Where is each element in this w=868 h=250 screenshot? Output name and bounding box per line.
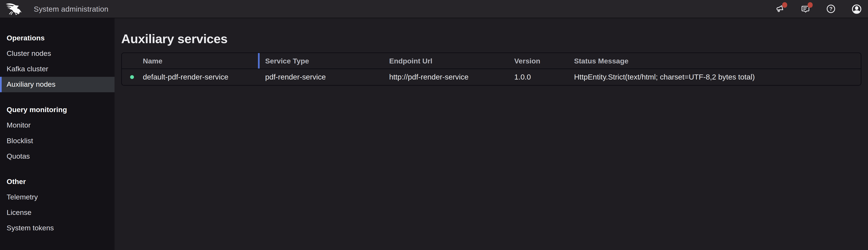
auxiliary-services-table: Name Service Type Endpoint Url Version S… [121,52,862,86]
sidebar: Operations Cluster nodes Kafka cluster A… [0,18,115,250]
topbar: System administration [0,0,868,18]
sidebar-heading: Other [0,174,115,189]
sidebar-item-monitor[interactable]: Monitor [0,117,115,133]
sidebar-item-auxiliary-nodes[interactable]: Auxiliary nodes [0,77,115,92]
account-button[interactable] [851,4,862,14]
notification-badge [782,2,787,7]
topbar-actions: ? [775,4,868,14]
sidebar-group-other: Other Telemetry License System tokens [0,174,115,236]
column-header-endpoint-url[interactable]: Endpoint Url [389,57,514,65]
version-cell: 1.0.0 [514,73,574,81]
sidebar-item-telemetry[interactable]: Telemetry [0,189,115,205]
table-header: Name Service Type Endpoint Url Version S… [122,53,861,69]
app-title: System administration [34,5,108,13]
column-header-version[interactable]: Version [514,57,574,65]
app-window: System administration [0,0,868,250]
table-row[interactable]: default-pdf-render-service pdf-render-se… [122,69,861,85]
page-title: Auxiliary services [121,31,868,47]
column-header-status-message[interactable]: Status Message [574,57,861,65]
notification-badge [807,2,813,7]
question-icon: ? [826,4,836,14]
column-resize-indicator[interactable] [258,53,259,69]
sidebar-heading: Query monitoring [0,102,115,117]
sidebar-item-cluster-nodes[interactable]: Cluster nodes [0,46,115,61]
service-type-cell: pdf-render-service [258,73,389,81]
svg-text:?: ? [829,6,832,12]
announcements-button[interactable] [775,4,785,14]
help-button[interactable]: ? [826,4,836,14]
table-body: default-pdf-render-service pdf-render-se… [122,69,861,85]
service-name: default-pdf-render-service [143,73,228,81]
sidebar-item-quotas[interactable]: Quotas [0,149,115,164]
column-header-service-type[interactable]: Service Type [258,57,389,65]
feedback-button[interactable] [800,4,810,14]
healthy-status-dot [130,75,134,79]
sidebar-group-query-monitoring: Query monitoring Monitor Blocklist Quota… [0,102,115,164]
endpoint-url-cell: http://pdf-render-service [389,73,514,81]
sidebar-item-system-tokens[interactable]: System tokens [0,220,115,236]
avatar-icon [851,4,862,14]
sidebar-item-blocklist[interactable]: Blocklist [0,133,115,149]
column-header-name[interactable]: Name [122,57,258,65]
status-message-cell: HttpEntity.Strict(text/html; charset=UTF… [574,73,861,81]
main-content: Auxiliary services Name Service Type End… [115,18,868,250]
sidebar-item-kafka-cluster[interactable]: Kafka cluster [0,61,115,77]
name-cell: default-pdf-render-service [122,73,258,81]
crowdstrike-falcon-logo [5,2,22,15]
sidebar-item-license[interactable]: License [0,205,115,220]
sidebar-group-operations: Operations Cluster nodes Kafka cluster A… [0,31,115,93]
sidebar-heading: Operations [0,31,115,46]
